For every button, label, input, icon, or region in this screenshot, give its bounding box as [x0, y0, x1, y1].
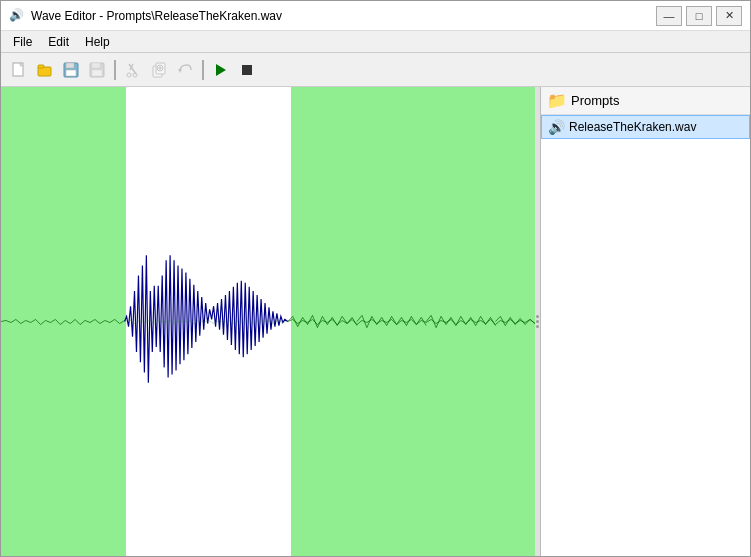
file-name: ReleaseTheKraken.wav: [569, 120, 696, 134]
splitter-dot-1: [536, 315, 539, 318]
main-area: 📁 Prompts 🔊 ReleaseTheKraken.wav: [1, 87, 750, 556]
svg-marker-19: [178, 69, 182, 73]
right-panel: 📁 Prompts 🔊 ReleaseTheKraken.wav: [540, 87, 750, 556]
menu-help[interactable]: Help: [77, 33, 118, 51]
open-button[interactable]: [33, 58, 57, 82]
folder-label: Prompts: [571, 93, 619, 108]
menu-edit[interactable]: Edit: [40, 33, 77, 51]
svg-rect-21: [242, 65, 252, 75]
title-bar-left: 🔊 Wave Editor - Prompts\ReleaseTheKraken…: [9, 8, 282, 24]
svg-rect-9: [92, 70, 102, 76]
copy-button[interactable]: [147, 58, 171, 82]
file-icon: 🔊: [548, 119, 565, 135]
title-controls: — □ ✕: [656, 6, 742, 26]
toolbar-separator-2: [202, 60, 204, 80]
menu-file[interactable]: File: [5, 33, 40, 51]
svg-rect-3: [38, 65, 44, 68]
folder-icon: 📁: [547, 91, 567, 110]
file-item[interactable]: 🔊 ReleaseTheKraken.wav: [541, 115, 750, 139]
svg-marker-20: [216, 64, 226, 76]
folder-header[interactable]: 📁 Prompts: [541, 87, 750, 115]
play-button[interactable]: [209, 58, 233, 82]
waveform-svg: [1, 87, 535, 556]
undo-button[interactable]: [173, 58, 197, 82]
save-button[interactable]: [59, 58, 83, 82]
app-icon: 🔊: [9, 8, 25, 24]
window-title: Wave Editor - Prompts\ReleaseTheKraken.w…: [31, 9, 282, 23]
stop-button[interactable]: [235, 58, 259, 82]
title-bar: 🔊 Wave Editor - Prompts\ReleaseTheKraken…: [1, 1, 750, 31]
minimize-button[interactable]: —: [656, 6, 682, 26]
menu-bar: File Edit Help: [1, 31, 750, 53]
svg-rect-8: [92, 63, 100, 68]
close-button[interactable]: ✕: [716, 6, 742, 26]
main-window: 🔊 Wave Editor - Prompts\ReleaseTheKraken…: [0, 0, 751, 557]
waveform-panel[interactable]: [1, 87, 535, 556]
cut-button[interactable]: [121, 58, 145, 82]
svg-rect-6: [66, 70, 76, 76]
splitter-dot-3: [536, 325, 539, 328]
splitter-dot-2: [536, 320, 539, 323]
new-button[interactable]: [7, 58, 31, 82]
toolbar: [1, 53, 750, 87]
saveas-button[interactable]: [85, 58, 109, 82]
maximize-button[interactable]: □: [686, 6, 712, 26]
svg-rect-5: [66, 63, 74, 68]
svg-point-12: [127, 73, 131, 77]
toolbar-separator-1: [114, 60, 116, 80]
